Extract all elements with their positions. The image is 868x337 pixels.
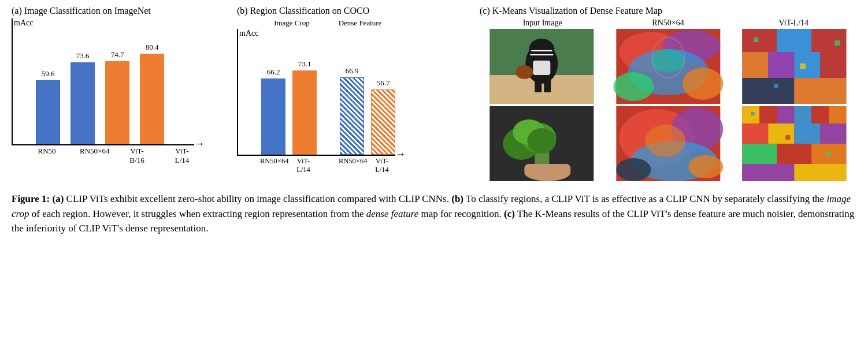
col-header-vitl14: ViT-L/14 <box>731 18 856 28</box>
svg-rect-20 <box>777 29 812 52</box>
chart-a-xlabels: RN50 RN50×64 ViT-B/16 ViT-L/14 <box>12 147 194 165</box>
chart-b-group-labels: Image Crop Dense Feature <box>237 18 395 28</box>
bar-b-rn50x64-df <box>340 77 364 155</box>
bar-group-rn50: 59.6 <box>36 69 60 144</box>
svg-rect-53 <box>829 106 847 123</box>
chart-b-xlabels: RN50×64 ViT-L/14 RN50×64 ViT-L/14 <box>237 157 395 174</box>
chart-b-panel: (b) Region Classification on COCO Image … <box>237 6 480 174</box>
xlabel-b-vitl14-df: ViT-L/14 <box>370 157 394 174</box>
bar-rn50x64 <box>71 62 95 144</box>
caption-italic-2: dense feature <box>366 208 418 219</box>
svg-point-15 <box>682 68 723 100</box>
svg-point-37 <box>527 128 556 153</box>
bar-group-b-vitl14-df: 56.7 <box>371 78 395 155</box>
svg-rect-29 <box>800 63 806 69</box>
svg-rect-25 <box>821 52 847 78</box>
svg-rect-6 <box>533 61 550 75</box>
xlabel-vitl14-a: ViT-L/14 <box>170 147 194 165</box>
img-vitl14-baseball <box>732 29 856 104</box>
svg-rect-19 <box>743 29 777 52</box>
svg-rect-28 <box>754 38 759 42</box>
svg-point-14 <box>613 72 654 101</box>
bar-value-vitb16: 74.7 <box>111 50 124 59</box>
svg-rect-39 <box>524 164 570 175</box>
caption-text-b2: of each region. However, it struggles wh… <box>29 208 366 219</box>
panel-c: (c) K-Means Visualization of Dense Featu… <box>480 6 856 181</box>
svg-point-16 <box>651 49 685 72</box>
img-input-broccoli <box>480 106 604 181</box>
svg-point-3 <box>529 39 554 59</box>
svg-rect-51 <box>795 106 812 123</box>
svg-rect-27 <box>795 78 847 104</box>
bar-group-vitb16: 74.7 <box>105 50 129 144</box>
svg-rect-58 <box>743 144 777 164</box>
svg-rect-26 <box>743 78 795 104</box>
svg-point-44 <box>616 158 651 181</box>
xlabel-b-rn50x64-df: RN50×64 <box>339 157 363 174</box>
xlabel-b-vitl14-ic: ViT-L/14 <box>291 157 316 174</box>
caption-text-b: To classify regions, a CLIP ViT is as ef… <box>463 193 826 204</box>
svg-point-45 <box>688 155 723 178</box>
img-vitl14-broccoli <box>732 106 856 181</box>
bar-value-rn50: 59.6 <box>42 69 55 78</box>
caption: Figure 1: (a) CLIP ViTs exhibit excellen… <box>12 192 856 236</box>
bar-group-b-vitl14-ic: 73.1 <box>292 59 317 155</box>
caption-text-c-bold: (c) <box>504 208 515 219</box>
panel-c-title: (c) K-Means Visualization of Dense Featu… <box>480 6 856 16</box>
svg-rect-50 <box>777 106 795 123</box>
svg-rect-23 <box>769 52 795 78</box>
xlabel-vitb16: ViT-B/16 <box>125 147 149 165</box>
bar-value-b-vitl14-ic: 73.1 <box>298 59 311 69</box>
bar-value-b-vitl14-df: 56.7 <box>377 78 390 88</box>
bar-group-vitl14-a: 80.4 <box>140 43 164 144</box>
svg-rect-8 <box>544 75 551 92</box>
chart-a-title: (a) Image Classification on ImageNet <box>12 6 151 16</box>
col-header-input: Input Image <box>480 18 605 28</box>
bar-value-vitl14-a: 80.4 <box>146 43 159 52</box>
chart-a-panel: (a) Image Classification on ImageNet mAc… <box>12 6 237 165</box>
bar-vitl14-a <box>140 54 164 144</box>
svg-rect-59 <box>777 144 812 164</box>
svg-rect-7 <box>535 75 541 92</box>
img-rn50x64-broccoli <box>606 106 730 181</box>
image-grid <box>480 29 856 181</box>
col-headers: Input Image RN50×64 ViT-L/14 <box>480 18 856 28</box>
xlabel-rn50: RN50 <box>35 147 59 165</box>
bar-group-b-rn50x64-df: 66.9 <box>340 66 364 155</box>
col-header-rn50x64: RN50×64 <box>605 18 730 28</box>
svg-rect-63 <box>751 112 755 115</box>
xlabel-b-rn50x64-ic: RN50×64 <box>260 157 284 174</box>
svg-rect-55 <box>769 123 795 144</box>
bar-group-b-rn50x64-ic: 66.2 <box>261 68 285 155</box>
caption-text-a: CLIP ViTs exhibit excellent zero-shot ab… <box>64 193 451 204</box>
svg-rect-30 <box>774 84 778 88</box>
group-label-imagecrop: Image Crop <box>260 18 324 28</box>
img-rn50x64-baseball <box>606 29 730 104</box>
bar-vitb16 <box>105 61 129 144</box>
svg-rect-61 <box>743 164 795 181</box>
bar-rn50 <box>36 80 60 144</box>
bar-b-vitl14-df <box>371 89 395 155</box>
svg-rect-49 <box>760 106 777 123</box>
bar-value-b-rn50x64-df: 66.9 <box>346 66 359 76</box>
chart-b-bars: mAcc 66.2 73.1 66.9 <box>237 29 395 156</box>
svg-rect-62 <box>795 164 847 181</box>
svg-rect-24 <box>795 52 821 78</box>
top-section: (a) Image Classification on ImageNet mAc… <box>12 6 856 181</box>
chart-b-title: (b) Region Classification on COCO <box>237 6 369 16</box>
group-label-densefeature: Dense Feature <box>328 18 392 28</box>
bar-b-rn50x64-ic <box>261 78 285 155</box>
bar-group-rn50x64: 73.6 <box>71 51 95 144</box>
caption-text-b-bold: (b) <box>451 193 463 204</box>
chart-b-ylabel: mAcc <box>239 29 258 38</box>
caption-text-a-bold: (a) <box>53 193 64 204</box>
svg-rect-22 <box>743 52 769 78</box>
svg-rect-65 <box>826 152 830 156</box>
svg-rect-31 <box>835 40 840 46</box>
chart-a-bars: mAcc 59.6 73.6 74.7 80.4 <box>12 18 194 145</box>
xlabel-rn50x64: RN50×64 <box>80 147 104 165</box>
svg-rect-21 <box>812 29 847 52</box>
svg-point-46 <box>645 125 685 157</box>
svg-rect-57 <box>821 123 847 144</box>
chart-a-ylabel: mAcc <box>14 18 33 28</box>
